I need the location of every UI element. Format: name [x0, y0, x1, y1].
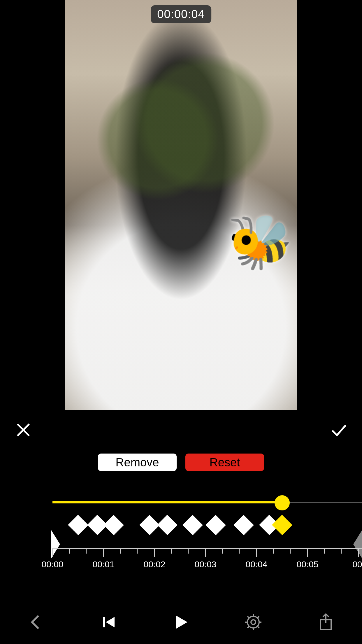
ruler-tick-major [103, 548, 104, 557]
gear-icon [244, 613, 263, 631]
keyframe-marker[interactable] [68, 515, 88, 535]
ruler-label: 00:03 [194, 559, 216, 569]
settings-button[interactable] [217, 600, 289, 644]
bottom-toolbar [0, 600, 362, 644]
skip-to-start-icon [99, 613, 118, 631]
keyframe-marker[interactable] [103, 515, 124, 535]
keyframe-editor-panel: Remove Reset 00:0000:0100:0200:0300:0400… [0, 411, 362, 644]
keyframe-marker[interactable] [205, 515, 226, 535]
ruler-label: 00:04 [245, 559, 267, 569]
keyframe-marker[interactable] [272, 515, 292, 535]
play-button[interactable] [145, 600, 217, 644]
go-to-start-button[interactable] [72, 600, 145, 644]
ruler-tick-major [358, 548, 359, 557]
remove-keyframe-button[interactable]: Remove [98, 454, 177, 471]
ruler-tick-minor [273, 548, 274, 554]
timeline: 00:0000:0100:0200:0300:0400:0500: [0, 493, 362, 586]
ruler-label: 00:02 [143, 559, 165, 569]
ruler-tick-major [307, 548, 308, 557]
keyframe-marker[interactable] [139, 515, 160, 535]
keyframe-marker[interactable] [182, 515, 203, 535]
ruler-tick-minor [239, 548, 240, 554]
video-preview[interactable]: 00:00:04 🐝 [0, 0, 362, 410]
ruler-tick-minor [137, 548, 138, 554]
close-button[interactable] [12, 418, 35, 442]
keyframe-marker[interactable] [233, 515, 254, 535]
ruler-baseline [52, 548, 362, 549]
checkmark-icon [330, 421, 347, 439]
ruler-tick-major [256, 548, 257, 557]
ruler-label: 00:05 [296, 559, 318, 569]
share-button[interactable] [290, 600, 362, 644]
ruler-tick-minor [341, 548, 342, 554]
svg-line-11 [247, 616, 249, 618]
ruler-tick-minor [86, 548, 87, 554]
timecode-badge: 00:00:04 [151, 5, 211, 23]
ruler-tick-major [205, 548, 206, 557]
ruler-label: 00:01 [92, 559, 114, 569]
panel-header [0, 411, 362, 445]
scrubber-fill [52, 501, 282, 503]
svg-point-6 [251, 620, 256, 624]
ruler-label: 00: [352, 559, 362, 569]
ruler-tick-minor [120, 548, 121, 554]
keyframe-row [0, 513, 362, 537]
svg-rect-2 [103, 617, 105, 627]
ruler-tick-major [52, 548, 53, 557]
ruler-tick-minor [171, 548, 172, 554]
svg-line-14 [247, 626, 249, 628]
svg-line-13 [257, 616, 259, 618]
video-frame-placeholder [65, 0, 297, 410]
back-button[interactable] [0, 600, 72, 644]
playhead-handle[interactable] [275, 495, 290, 510]
ruler-tick-major [154, 548, 155, 557]
ruler-tick-minor [69, 548, 70, 554]
ruler-label: 00:00 [41, 559, 63, 569]
keyframe-marker[interactable] [157, 515, 178, 535]
close-icon [15, 421, 32, 439]
ruler-tick-minor [222, 548, 223, 554]
confirm-button[interactable] [327, 418, 350, 442]
svg-line-12 [257, 626, 259, 628]
svg-marker-4 [176, 616, 187, 629]
reset-keyframes-button[interactable]: Reset [185, 454, 264, 471]
share-icon [317, 613, 335, 631]
bee-sticker[interactable]: 🐝 [227, 216, 293, 268]
chevron-left-icon [27, 613, 45, 631]
ruler-tick-minor [290, 548, 291, 554]
play-icon [172, 613, 190, 631]
keyframe-action-row: Remove Reset [0, 454, 362, 471]
ruler-tick-minor [188, 548, 189, 554]
ruler-tick-minor [324, 548, 325, 554]
svg-marker-3 [106, 617, 115, 627]
time-ruler: 00:0000:0100:0200:0300:0400:0500: [0, 548, 362, 575]
